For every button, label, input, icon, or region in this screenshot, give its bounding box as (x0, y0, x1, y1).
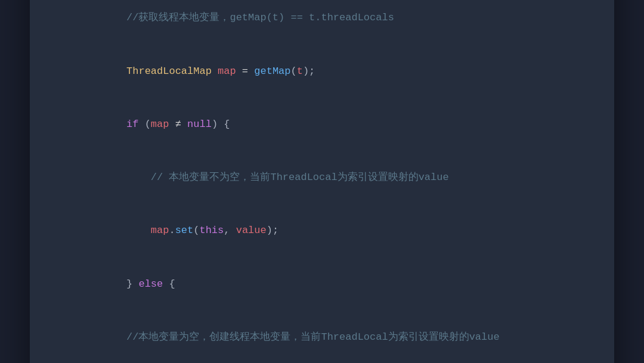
code-line-5: ThreadLocalMap map = getMap(t); (66, 45, 578, 98)
code-line-7: // 本地变量不为空，当前ThreadLocal为索引设置映射的value (66, 151, 578, 204)
code-line-9: } else { (66, 257, 578, 311)
code-line-10: //本地变量为空，创建线程本地变量，当前ThreadLocal为索引设置映射的v… (66, 311, 578, 363)
code-area: public void set(T value) { //获取当前线程 Thre… (30, 0, 614, 363)
code-window: public void set(T value) { //获取当前线程 Thre… (30, 0, 614, 363)
code-line-8: map.set(this, value); (66, 204, 578, 257)
code-line-6: if (map ≠ null) { (66, 98, 578, 151)
code-line-4: //获取线程本地变量，getMap(t) == t.threadLocals (66, 0, 578, 45)
